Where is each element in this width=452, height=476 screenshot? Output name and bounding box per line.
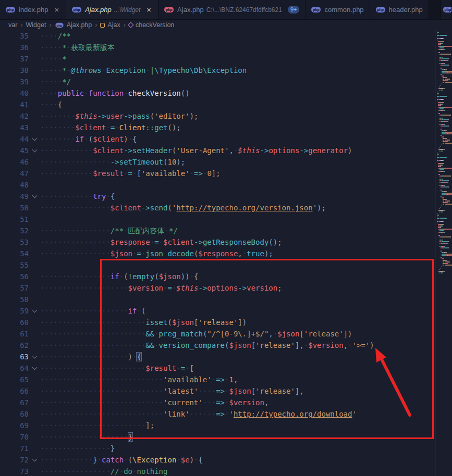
code-token: $version: [308, 341, 343, 349]
gutter: 58: [0, 294, 40, 305]
editor-tab-partial[interactable]: php: [441, 0, 452, 19]
close-icon[interactable]: ×: [53, 5, 60, 14]
code-token: 获取最新版本: [71, 43, 115, 52]
code-token: catch: [102, 456, 124, 464]
code-line[interactable]: 70····················}: [0, 431, 435, 443]
code-token: ();: [268, 238, 282, 246]
whitespace-dots: ·: [348, 341, 352, 349]
editor[interactable]: 35····/**36·····*·获取最新版本37·····*38·····*…: [0, 30, 435, 476]
breadcrumb-label: var: [8, 21, 17, 29]
code-line[interactable]: 46················->setTimeout(10);: [0, 156, 435, 168]
code-line[interactable]: 68····························'link'····…: [0, 408, 435, 420]
breadcrumb-item[interactable]: phpAjax.php: [55, 21, 92, 29]
code-token: ]): [344, 330, 352, 338]
chevron-down-icon: [32, 365, 37, 370]
code-token: [: [137, 169, 141, 178]
code-line[interactable]: 56················if·(!empty($json))·{: [0, 271, 435, 282]
code-line[interactable]: 40····public·function·checkVersion(): [0, 87, 435, 99]
fold-chevron-icon[interactable]: [29, 351, 40, 362]
breadcrumb-item[interactable]: checkVersion: [129, 21, 174, 29]
code-line[interactable]: 61························&&·preg_match(…: [0, 328, 435, 340]
fold-chevron-icon: [29, 156, 40, 168]
code-line[interactable]: 72············}·catch·(\Exception·$e)·{: [0, 454, 435, 466]
fold-chevron-icon: [29, 443, 40, 454]
fold-chevron-icon[interactable]: [29, 133, 40, 145]
code-line[interactable]: 48: [0, 179, 435, 191]
code-line[interactable]: 71················}: [0, 443, 435, 454]
code-token: =>: [216, 387, 225, 395]
code-token: 10: [167, 158, 176, 166]
code-line[interactable]: 36·····*·获取最新版本: [0, 42, 435, 53]
fold-chevron-icon[interactable]: [29, 305, 40, 317]
code-line[interactable]: 44········if·($client)·{: [0, 133, 435, 145]
code-text: ····················$version·=·$this->op…: [40, 282, 282, 294]
minimap[interactable]: [435, 30, 452, 476]
code-line[interactable]: 35····/**: [0, 30, 435, 42]
breadcrumb-item[interactable]: var: [8, 21, 17, 29]
code-line[interactable]: 53················$response·=·$client->g…: [0, 236, 435, 248]
code-line[interactable]: 52················/**·匹配内容体·*/: [0, 225, 435, 236]
breadcrumb-item[interactable]: Widget: [26, 21, 46, 29]
editor-tab[interactable]: phpindex.php×: [0, 0, 66, 19]
code-line[interactable]: 50················$client->send('http://…: [0, 202, 435, 214]
code-line[interactable]: 54················$json·=·json_decode($r…: [0, 248, 435, 259]
code-line[interactable]: 42········$this->user->pass('editor');: [0, 110, 435, 122]
fold-chevron-icon[interactable]: [29, 454, 40, 466]
code-line[interactable]: 55: [0, 259, 435, 271]
code-line[interactable]: 37·····*: [0, 53, 435, 65]
editor-tab[interactable]: phpAjax.phpC:\...\BNZ.62467dfdffcb6219+: [158, 0, 306, 19]
fold-chevron-icon[interactable]: [29, 191, 40, 202]
code-line[interactable]: 51: [0, 214, 435, 225]
code-token: 'current': [163, 398, 203, 407]
whitespace-dots: ················: [40, 204, 111, 212]
code-line[interactable]: 60························isset($json['r…: [0, 317, 435, 328]
code-token: $json: [229, 387, 251, 395]
whitespace-dots: ·: [106, 192, 110, 201]
code-token: ): [348, 146, 352, 155]
code-line[interactable]: 63····················)·{: [0, 351, 435, 362]
code-line[interactable]: 64························$result·=·[: [0, 362, 435, 374]
line-number: 73: [0, 466, 29, 476]
code-line[interactable]: 59····················if·(: [0, 305, 435, 317]
editor-tab[interactable]: phpAjax.php...\Widget×: [66, 0, 158, 19]
line-number: 40: [0, 87, 29, 99]
code-line[interactable]: 57····················$version·=·$this->…: [0, 282, 435, 294]
fold-chevron-icon: [29, 99, 40, 110]
code-area[interactable]: 35····/**36·····*·获取最新版本37·····*38·····*…: [0, 30, 435, 476]
code-line[interactable]: 73················//·do·nothing: [0, 466, 435, 476]
code-line[interactable]: 66····························'latest'··…: [0, 385, 435, 397]
code-text: ············$result·=·['available'·=>·0]…: [40, 168, 221, 179]
code-line[interactable]: 69························];: [0, 420, 435, 431]
breadcrumb-item[interactable]: Ajax: [100, 21, 120, 29]
whitespace-dots: ················: [40, 158, 111, 166]
fold-chevron-icon: [29, 30, 40, 42]
whitespace-dots: ·····: [40, 78, 62, 86]
code-line[interactable]: 62························&&·version_com…: [0, 340, 435, 351]
line-number: 63: [0, 351, 29, 362]
code-line[interactable]: 45············$client->setHeader('User-A…: [0, 145, 435, 156]
fold-chevron-icon: [29, 317, 40, 328]
whitespace-dots: ·: [194, 456, 198, 464]
code-line[interactable]: 39·····*/: [0, 76, 435, 87]
editor-tab[interactable]: phpcommon.php: [306, 0, 370, 19]
code-line[interactable]: 58: [0, 294, 435, 305]
fold-chevron-icon[interactable]: [29, 362, 40, 374]
code-token: if: [75, 135, 84, 143]
code-line[interactable]: 41····{: [0, 99, 435, 110]
code-token: [: [251, 387, 255, 395]
code-token: (: [89, 135, 93, 143]
code-line[interactable]: 43········$client·=·Client::get();: [0, 122, 435, 133]
code-line[interactable]: 47············$result·=·['available'·=>·…: [0, 168, 435, 179]
code-line[interactable]: 67····························'current'·…: [0, 397, 435, 408]
code-line[interactable]: 49············try·{: [0, 191, 435, 202]
code-text: ························&&·preg_match("/…: [40, 328, 352, 340]
code-line[interactable]: 65····························'available…: [0, 374, 435, 385]
fold-chevron-icon[interactable]: [29, 145, 40, 156]
gutter: 36: [0, 42, 40, 53]
code-token: {: [58, 101, 62, 109]
editor-tab[interactable]: phpheader.php: [370, 0, 429, 19]
close-icon[interactable]: ×: [145, 5, 152, 14]
fold-chevron-icon: [29, 214, 40, 225]
gutter: 65: [0, 374, 40, 385]
code-line[interactable]: 38·····*·@throws·Exception·|\Typecho\Db\…: [0, 65, 435, 76]
